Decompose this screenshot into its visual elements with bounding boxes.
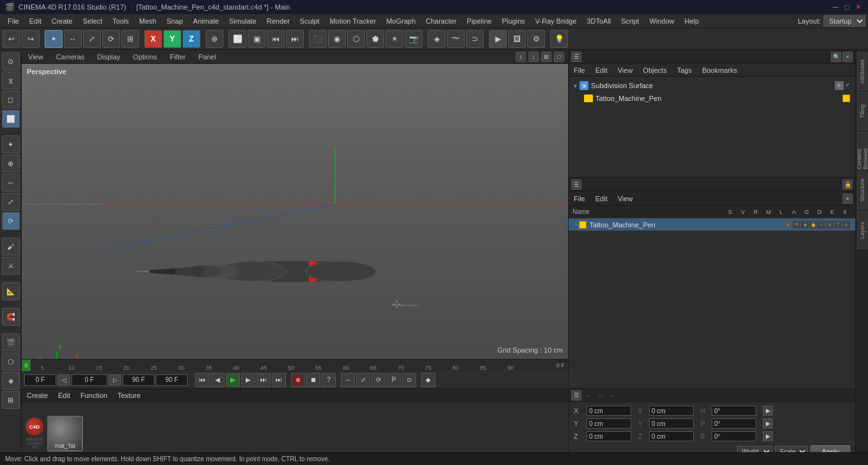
world-coord-button[interactable]: ⊕ (206, 30, 223, 48)
attr-menu-file[interactable]: File (571, 194, 588, 204)
render-quick-button[interactable]: 🎬 (2, 333, 20, 351)
close-button[interactable]: × (854, 3, 863, 11)
goto-end-button[interactable]: ⏭ (257, 373, 271, 387)
edge-tab-structure[interactable]: Structure (857, 171, 867, 210)
tweak-mode-button[interactable]: ✦ (2, 135, 20, 153)
obj-row-tattoo-pen[interactable]: Tattoo_Machine_Pen (571, 92, 853, 105)
coord-menu-icon[interactable]: ☰ (571, 390, 581, 400)
coord-z-rot[interactable] (649, 431, 694, 441)
scale-anim-button[interactable]: ⤢ (356, 373, 370, 387)
cylinder-primitive-button[interactable]: ⬡ (347, 30, 365, 48)
coord-z-expand[interactable]: ▶ (763, 431, 773, 441)
grid-button[interactable]: ⊞ (2, 391, 20, 409)
menu-script[interactable]: Script (616, 16, 644, 26)
maximize-button[interactable]: □ (842, 3, 851, 11)
auto-key-button[interactable]: ⏹ (306, 373, 320, 387)
viewport-menu-view[interactable]: View (26, 52, 46, 62)
attr-obj-row-tattoo[interactable]: └ Tattoo_Machine_Pen ● 👁 ◆ 🔒 ✓ ⊕ T A (569, 218, 855, 231)
row-eye-btn[interactable]: 👁 (793, 221, 800, 229)
menu-plugins[interactable]: Plugins (497, 16, 530, 26)
render-viewport-button[interactable]: 🖼 (508, 30, 526, 48)
viewport-icon-2[interactable]: ↕ (528, 52, 539, 62)
coord-p-val[interactable] (712, 418, 756, 429)
menu-character[interactable]: Character (421, 16, 461, 26)
menu-mesh[interactable]: Mesh (134, 16, 161, 26)
coord-y-pos[interactable] (587, 418, 631, 429)
menu-pipeline[interactable]: Pipeline (461, 16, 497, 26)
measure-button[interactable]: 📐 (2, 282, 20, 300)
rotate-button[interactable]: ⟳ (2, 212, 20, 230)
menu-select[interactable]: Select (78, 16, 108, 26)
help-anim-button[interactable]: ? (322, 373, 336, 387)
edge-tab-layers[interactable]: Layers (857, 211, 867, 249)
param-anim-button[interactable]: P (387, 373, 401, 387)
row-check-btn[interactable]: ✓ (818, 221, 825, 229)
rotate-anim-button[interactable]: ⟳ (371, 373, 385, 387)
row-lock-btn[interactable]: 🔒 (809, 221, 817, 229)
menu-animate[interactable]: Animate (188, 16, 224, 26)
knife-button[interactable]: ⚔ (2, 257, 20, 275)
obj-menu-tags[interactable]: Tags (675, 65, 694, 75)
coord-y-rot[interactable] (649, 418, 694, 429)
y-axis-button[interactable]: Y (163, 30, 181, 48)
anim-current-field[interactable] (71, 374, 107, 386)
cube-primitive-button[interactable]: ⬛ (309, 30, 327, 48)
menu-file[interactable]: File (3, 16, 24, 26)
prev-frame-button[interactable]: ◀ (211, 373, 225, 387)
edge-tab-attributes[interactable]: Attributes (857, 52, 867, 91)
menu-create[interactable]: Create (47, 16, 78, 26)
menu-motion-tracker[interactable]: Motion Tracker (324, 16, 381, 26)
viewport-icon-3[interactable]: ⊞ (541, 52, 551, 62)
plane-primitive-button[interactable]: ⬟ (366, 30, 384, 48)
attr-menu-edit[interactable]: Edit (593, 194, 610, 204)
undo-button[interactable]: ↩ (3, 30, 20, 48)
viewport-menu-display[interactable]: Display (94, 52, 123, 62)
menu-help[interactable]: Help (680, 16, 705, 26)
anim-end-field[interactable] (123, 374, 154, 386)
obj-menu-file[interactable]: File (571, 65, 588, 75)
material-swatch[interactable]: mat_Tat (47, 416, 83, 452)
panel-menu-icon[interactable]: ☰ (571, 52, 581, 62)
record-active-button[interactable]: ⏺ (291, 373, 305, 387)
panel-close-icon[interactable]: × (842, 52, 853, 62)
row-dot-btn[interactable]: ● (784, 221, 792, 229)
layer2-button[interactable]: ◈ (2, 372, 20, 390)
record-button[interactable]: ⏭ (272, 373, 286, 387)
next-frame-button[interactable]: ▶ (241, 373, 255, 387)
material-menu-edit[interactable]: Edit (56, 390, 73, 400)
scale-button[interactable]: ⤢ (2, 193, 20, 211)
obj-row-subdivision[interactable]: ▾ ⊞ Subdivision Surface 👁 ✓ (571, 79, 853, 92)
menu-tools[interactable]: Tools (107, 16, 134, 26)
obj-menu-view[interactable]: View (615, 65, 636, 75)
viewport-menu-filter[interactable]: Filter (167, 52, 188, 62)
coord-z-pos[interactable] (587, 431, 631, 441)
light-button[interactable]: ☀ (385, 30, 403, 48)
deform-button[interactable]: ⊃ (466, 30, 484, 48)
obj-menu-objects[interactable]: Objects (640, 65, 669, 75)
row-tag-btn[interactable]: T (834, 221, 842, 229)
material-menu-texture[interactable]: Texture (115, 390, 143, 400)
goto-start-button[interactable]: ⏮ (195, 373, 209, 387)
viewport-maximize-button[interactable]: □ (554, 52, 564, 62)
viewport-icon-1[interactable]: ↕ (516, 52, 526, 62)
row-more-btn[interactable]: ⊕ (826, 221, 834, 229)
viewport-menu-cameras[interactable]: Cameras (54, 52, 87, 62)
move-tool-button[interactable]: ↔ (64, 30, 82, 48)
render-settings-button[interactable]: ⚙ (527, 30, 545, 48)
selection-mode-button[interactable]: ⊕ (2, 155, 20, 172)
coord-h-val[interactable] (712, 406, 756, 416)
redo-button[interactable]: ↪ (22, 30, 40, 48)
obj-vis-icon[interactable]: 👁 (835, 81, 844, 90)
anim-start-field[interactable] (24, 374, 56, 386)
menu-sculpt[interactable]: Sculpt (295, 16, 325, 26)
keyframe-button[interactable]: ◆ (421, 373, 435, 387)
material-menu-function[interactable]: Function (78, 390, 110, 400)
attr-menu-icon[interactable]: ☰ (571, 179, 581, 190)
frame-selected-button[interactable]: ▣ (248, 30, 266, 48)
obj-menu-bookmarks[interactable]: Bookmarks (700, 65, 740, 75)
coord-x-rot[interactable] (649, 406, 694, 416)
menu-simulate[interactable]: Simulate (224, 16, 262, 26)
move-anim-button[interactable]: ↔ (341, 373, 355, 387)
menu-render[interactable]: Render (262, 16, 295, 26)
bulb-button[interactable]: 💡 (550, 30, 568, 48)
